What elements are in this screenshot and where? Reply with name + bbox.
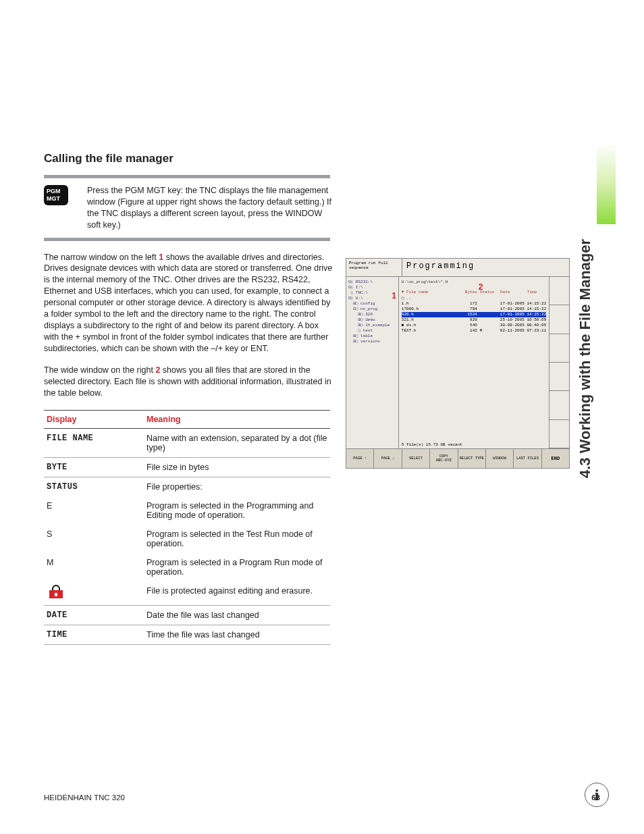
table-cell-meaning: Date the file was last changed — [144, 606, 330, 625]
table-cell-display: E — [44, 496, 144, 525]
fig-path: U:\nc_prog\test\*.H — [402, 280, 546, 284]
fig-mode-label: Program run full sequence — [346, 259, 402, 276]
paragraph-1: The narrow window on the left 1 shows th… — [44, 252, 334, 355]
table-cell-display: S — [44, 525, 144, 553]
softkey: LAST FILES — [514, 449, 541, 468]
softkey: SELECT — [402, 449, 430, 468]
table-cell-meaning: Time the file was last changed — [144, 625, 330, 645]
table-cell-display: DATE — [44, 606, 144, 625]
table-cell-meaning: Program is selected in the Programming a… — [144, 496, 330, 525]
table-cell-display: FILE NAME — [44, 429, 144, 458]
lock-icon — [49, 586, 63, 598]
fig-softkey-row: PAGE ↑PAGE ↓SELECTCOPY ABC→XYZSELECT TYP… — [346, 448, 569, 468]
table-cell-display: M — [44, 553, 144, 581]
pgm-key-line1: PGM — [47, 188, 65, 195]
pgm-key-line2: MGT — [47, 195, 65, 203]
softkey: COPY ABC→XYZ — [430, 449, 458, 468]
paragraph-2: The wide window on the right 2 shows you… — [44, 365, 334, 399]
softkey: WINDOW — [486, 449, 514, 468]
fig-callout-1: 1 — [392, 293, 396, 298]
info-icon: i — [585, 783, 609, 807]
pgm-mgt-key-icon: PGM MGT — [44, 185, 68, 205]
softkey: PAGE ↑ — [346, 449, 374, 468]
table-cell-display: TIME — [44, 625, 144, 645]
softkey: PAGE ↓ — [374, 449, 402, 468]
table-cell-meaning: Name with an extension, separated by a d… — [144, 429, 330, 458]
section-number-title: 4.3 Working with the File Manager — [576, 239, 594, 478]
fig-status-line: 5 file(s) 15.73 GB vacant — [402, 442, 462, 447]
page-footer: HEIDENHAIN TNC 320 63 — [44, 793, 600, 802]
file-manager-screenshot: Program run full sequence Programming 1 … — [346, 258, 570, 469]
fig-directory-tree: 1 ⊟▯ RS232:\⊟▯ I:\ ▯ TNC:\⊟▯ U:\ ⊞▢ conf… — [346, 277, 399, 448]
col-meaning: Meaning — [144, 411, 330, 429]
table-cell-meaning: Program is selected in a Program Run mod… — [144, 553, 330, 581]
table-cell-display: STATUS — [44, 477, 144, 497]
fig-file-rows: ▢ ..1.h17217-01-2005 14:15:2217000.h7941… — [402, 296, 546, 334]
section-heading: Calling the file manager — [44, 152, 334, 165]
softkey: SELECT TYPE — [458, 449, 486, 468]
footer-product: HEIDENHAIN TNC 320 — [44, 793, 125, 802]
fig-right-sidebar — [549, 277, 569, 448]
softkey: END — [542, 449, 569, 468]
fig-title: Programming — [402, 259, 569, 276]
side-tab-gradient — [597, 143, 616, 224]
intro-paragraph: Press the PGM MGT key: the TNC displays … — [87, 185, 334, 231]
table-cell-display: BYTE — [44, 458, 144, 477]
fig-column-headers: ▼ File nameBytesStatusDateTime — [402, 290, 546, 294]
fig-callout-2: 2 — [479, 282, 483, 292]
divider-bar-bottom — [44, 238, 330, 241]
definitions-table: Display Meaning FILE NAMEName with an ex… — [44, 410, 330, 645]
table-cell-meaning: Program is selected in the Test Run mode… — [144, 525, 330, 553]
table-cell-meaning: File properties: — [144, 477, 330, 497]
col-display: Display — [44, 411, 144, 429]
table-cell-meaning: File size in bytes — [144, 458, 330, 477]
table-cell-meaning: File is protected against editing and er… — [144, 581, 330, 606]
table-cell-display — [44, 581, 144, 606]
section-side-tab: 4.3 Working with the File Manager — [594, 140, 614, 478]
fig-file-list: U:\nc_prog\test\*.H 2 ▼ File nameBytesSt… — [399, 277, 549, 448]
divider-bar-top — [44, 175, 330, 178]
